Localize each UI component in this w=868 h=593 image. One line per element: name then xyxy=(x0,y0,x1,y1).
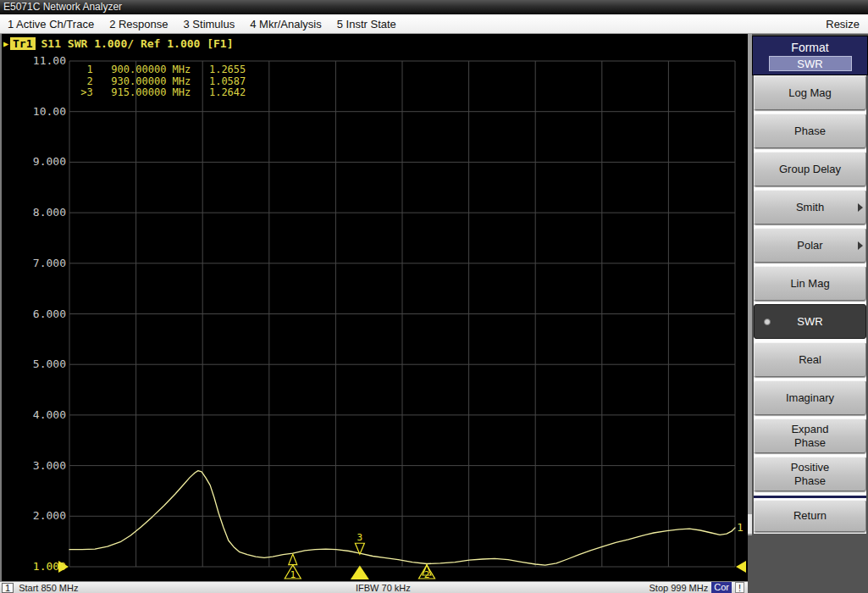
format-button-group-delay[interactable]: Group Delay xyxy=(754,152,866,186)
main-content: ▶ Tr1 S11 SWR 1.000/ Ref 1.000 [F1] 11.0… xyxy=(0,34,868,593)
format-button-swr[interactable]: SWR xyxy=(754,304,866,339)
start-frequency-readout: Start 850 MHz xyxy=(19,583,78,593)
sidebar-scrollbar[interactable] xyxy=(748,34,752,535)
alert-badge[interactable]: ! xyxy=(735,582,744,593)
y-axis-label: 1.000 xyxy=(5,560,66,573)
marker-1: 1 xyxy=(285,554,301,580)
y-axis-label: 5.000 xyxy=(5,357,66,370)
marker-3: 3 xyxy=(351,532,369,579)
menu-item-1-active-ch-trace[interactable]: 1 Active Ch/Trace xyxy=(0,18,102,30)
format-button-log-mag[interactable]: Log Mag xyxy=(754,75,866,110)
y-axis-label: 2.000 xyxy=(5,509,66,522)
scrollbar-thumb-icon[interactable] xyxy=(748,514,752,534)
softkey-label: Return xyxy=(793,509,827,523)
marker-number-label: 2 xyxy=(424,569,430,580)
left-column: ▶ Tr1 S11 SWR 1.000/ Ref 1.000 [F1] 11.0… xyxy=(0,34,748,593)
softkey-label: Phase xyxy=(794,474,826,488)
format-button-lin-mag[interactable]: Lin Mag xyxy=(754,266,866,301)
format-button-phase[interactable]: Phase xyxy=(754,114,866,148)
return-button[interactable]: Return xyxy=(754,500,866,532)
softkey-separator xyxy=(754,495,866,498)
softkey-current-value: SWR xyxy=(769,56,852,71)
channel-indicator: 1 xyxy=(2,583,14,593)
softkey-label: Positive xyxy=(791,461,830,474)
softkey-button-stack: Log MagPhaseGroup DelaySmithPolarLin Mag… xyxy=(754,75,866,534)
marker-table: 1 900.00000 MHz 1.2655 2 930.00000 MHz 1… xyxy=(75,64,246,99)
format-button-real[interactable]: Real xyxy=(754,342,866,377)
menu-item-2-response[interactable]: 2 Response xyxy=(102,18,175,30)
softkey-label: Phase xyxy=(794,125,826,138)
title-bar: E5071C Network Analyzer xyxy=(0,0,868,14)
radio-indicator-icon xyxy=(764,319,771,325)
y-axis-label: 4.000 xyxy=(5,408,66,421)
softkey-sidebar: Format SWR Log MagPhaseGroup DelaySmithP… xyxy=(748,34,868,593)
trace-format-readout: S11 SWR 1.000/ Ref 1.000 [F1] xyxy=(41,37,234,50)
menu-item-3-stimulus[interactable]: 3 Stimulus xyxy=(176,18,243,30)
menu-item-4-mkr-analysis[interactable]: 4 Mkr/Analysis xyxy=(242,18,329,30)
marker-number-label: 1 xyxy=(290,569,296,580)
y-axis-label: 6.000 xyxy=(5,308,66,320)
format-button-smith[interactable]: Smith xyxy=(754,190,866,224)
window-title: E5071C Network Analyzer xyxy=(3,1,122,13)
marker-trace-triangle-icon xyxy=(289,554,297,565)
trace-number-label: 1 xyxy=(737,521,744,534)
correction-badge: Cor xyxy=(711,582,732,593)
active-trace-indicator-icon: ▶ xyxy=(3,39,8,48)
menu-bar: 1 Active Ch/Trace2 Response3 Stimulus4 M… xyxy=(0,14,868,34)
trace-status-line: ▶ Tr1 S11 SWR 1.000/ Ref 1.000 [F1] xyxy=(3,37,234,50)
submenu-arrow-icon xyxy=(858,241,863,250)
format-button-positive-phase[interactable]: PositivePhase xyxy=(754,457,866,491)
resize-button[interactable]: Resize xyxy=(817,18,868,30)
swr-plot: 1123 xyxy=(2,34,748,581)
softkey-label: Lin Mag xyxy=(790,277,829,291)
softkey-label: Polar xyxy=(797,239,822,252)
graticule-grid xyxy=(69,61,735,567)
softkey-label: Expand xyxy=(791,423,828,436)
y-axis-label: 9.000 xyxy=(5,155,66,168)
format-button-expand-phase[interactable]: ExpandPhase xyxy=(754,418,866,453)
menu-item-5-instr-state[interactable]: 5 Instr State xyxy=(329,18,404,30)
ifbw-readout: IFBW 70 kHz xyxy=(356,583,411,593)
softkey-label: Real xyxy=(799,353,821,367)
softkey-label: Group Delay xyxy=(779,163,841,176)
trace-id-badge[interactable]: Tr1 xyxy=(10,37,35,50)
y-axis-label: 10.00 xyxy=(5,105,66,118)
active-marker-axis-triangle-icon xyxy=(351,566,369,580)
y-axis-label: 3.000 xyxy=(5,459,66,472)
marker-table-row: 1 900.00000 MHz 1.2655 xyxy=(75,64,246,76)
format-button-imaginary[interactable]: Imaginary xyxy=(754,380,866,415)
marker-number-label: 3 xyxy=(357,532,363,543)
softkey-menu-header: Format SWR xyxy=(752,36,868,75)
app-window: E5071C Network Analyzer 1 Active Ch/Trac… xyxy=(0,0,868,593)
y-axis-label: 8.000 xyxy=(5,206,66,219)
status-bar: 1 Start 850 MHz IFBW 70 kHz Stop 999 MHz… xyxy=(0,581,748,593)
softkey-menu-title: Format xyxy=(791,41,828,54)
marker-table-row: 2 930.00000 MHz 1.0587 xyxy=(75,76,246,88)
softkey-label: Phase xyxy=(794,436,826,450)
y-axis-label: 7.000 xyxy=(5,257,66,269)
format-button-polar[interactable]: Polar xyxy=(754,228,866,263)
marker-table-row: >3 915.00000 MHz 1.2642 xyxy=(75,87,246,99)
instrument-screen: ▶ Tr1 S11 SWR 1.000/ Ref 1.000 [F1] 11.0… xyxy=(0,34,748,581)
softkey-label: Smith xyxy=(796,201,824,214)
softkey-label: Imaginary xyxy=(786,391,834,405)
stop-frequency-readout: Stop 999 MHz xyxy=(650,583,709,593)
softkey-label: Log Mag xyxy=(788,86,832,100)
softkey-label: SWR xyxy=(797,315,822,329)
submenu-arrow-icon xyxy=(858,203,863,212)
reference-level-arrow-right xyxy=(736,561,746,573)
y-axis-label: 11.00 xyxy=(5,54,66,67)
